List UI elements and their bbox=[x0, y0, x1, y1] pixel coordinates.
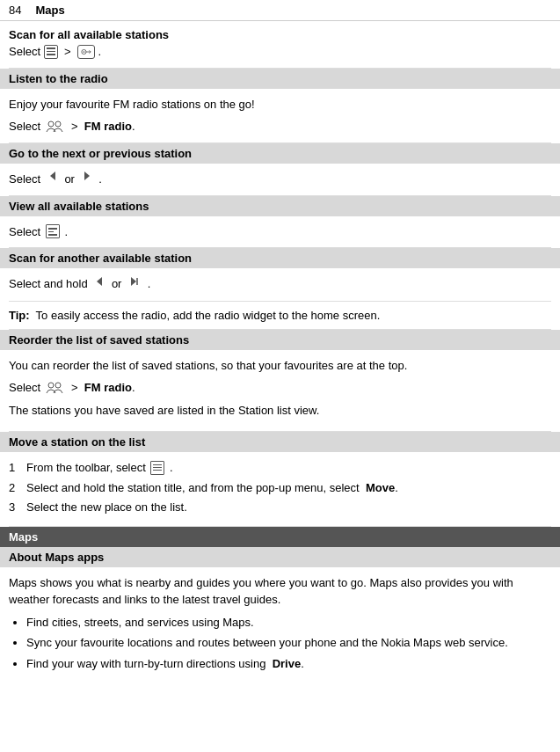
scan-all-title: Scan for all available stations bbox=[9, 28, 551, 41]
listen-radio-section: Enjoy your favourite FM radio stations o… bbox=[9, 89, 551, 143]
reorder-section: You can reorder the list of saved statio… bbox=[9, 350, 551, 433]
drive-label: Drive bbox=[273, 657, 302, 670]
arrow-right-icon bbox=[81, 170, 93, 187]
svg-marker-8 bbox=[84, 172, 90, 180]
next-prev-section: Select or . bbox=[9, 164, 551, 196]
tip-section: Tip: To easily access the radio, add the… bbox=[9, 302, 551, 330]
about-maps-header: About Maps apps bbox=[0, 547, 560, 567]
move-station-section: 1 From the toolbar, select . 2 Select an… bbox=[9, 452, 551, 527]
page-header: 84 Maps bbox=[0, 0, 560, 21]
scan-all-section: Scan for all available stations Select >… bbox=[9, 21, 551, 69]
tip-label: Tip: bbox=[9, 309, 30, 322]
listen-radio-intro: Enjoy your favourite FM radio stations o… bbox=[9, 96, 551, 113]
svg-point-6 bbox=[55, 121, 61, 127]
list-icon bbox=[46, 224, 60, 238]
bullet-3: Find your way with turn-by-turn directio… bbox=[26, 655, 551, 673]
scan-another-body: Select and hold or . bbox=[9, 275, 551, 293]
tip-text: To easily access the radio, add the radi… bbox=[36, 309, 381, 322]
about-maps-section: Maps shows you what is nearby and guides… bbox=[9, 567, 551, 683]
next-prev-header: Go to the next or previous station bbox=[0, 143, 560, 164]
about-maps-intro: Maps shows you what is nearby and guides… bbox=[9, 574, 551, 609]
about-maps-bullets: Find cities, streets, and services using… bbox=[9, 614, 551, 673]
toolbar-icon bbox=[150, 461, 164, 475]
move-step-1: 1 From the toolbar, select . bbox=[9, 459, 551, 477]
svg-point-12 bbox=[48, 383, 54, 388]
radio-icon bbox=[77, 45, 95, 59]
bullet-1: Find cities, streets, and services using… bbox=[26, 614, 551, 632]
maps-section-header: Maps bbox=[0, 527, 560, 547]
reorder-header: Reorder the list of saved stations bbox=[0, 330, 560, 350]
reorder-para2: The stations you have saved are listed i… bbox=[9, 402, 551, 420]
svg-marker-7 bbox=[50, 172, 55, 180]
move-step-2: 2 Select and hold the station title, and… bbox=[9, 479, 551, 497]
radio-svg-icon bbox=[81, 47, 91, 57]
move-step-3: 3 Select the new place on the list. bbox=[9, 499, 551, 516]
arrow-right-hold-icon bbox=[127, 275, 142, 293]
reorder-instruction: Select > FM radio. bbox=[9, 379, 551, 397]
view-all-body: Select . bbox=[9, 223, 551, 241]
scan-another-section: Select and hold or . bbox=[9, 268, 551, 301]
svg-point-13 bbox=[55, 383, 61, 388]
listen-radio-header: Listen to the radio bbox=[0, 69, 560, 89]
svg-point-5 bbox=[48, 121, 54, 127]
listen-radio-instruction: Select > FM radio. bbox=[9, 118, 551, 135]
move-station-header: Move a station on the list bbox=[0, 432, 560, 452]
page-title: Maps bbox=[35, 4, 64, 17]
arrow-left-icon bbox=[47, 170, 59, 187]
arrow-left-hold-icon bbox=[93, 275, 105, 293]
view-all-section: Select . bbox=[9, 216, 551, 249]
svg-marker-10 bbox=[131, 277, 136, 286]
main-content: Scan for all available stations Select >… bbox=[0, 21, 560, 683]
scan-another-header: Scan for another available station bbox=[0, 248, 560, 268]
svg-point-1 bbox=[83, 51, 84, 53]
reorder-para1: You can reorder the list of saved statio… bbox=[9, 357, 551, 375]
people-icon-2 bbox=[46, 382, 63, 394]
scan-all-body: Select > . bbox=[9, 43, 551, 61]
bullet-2: Sync your favourite locations and routes… bbox=[26, 634, 551, 652]
view-all-header: View all available stations bbox=[0, 196, 560, 216]
svg-marker-9 bbox=[97, 277, 102, 286]
people-icon bbox=[46, 120, 63, 133]
next-prev-body: Select or . bbox=[9, 171, 551, 188]
page-number: 84 bbox=[9, 4, 21, 17]
menu-icon bbox=[44, 45, 58, 59]
move-station-list: 1 From the toolbar, select . 2 Select an… bbox=[9, 459, 551, 516]
